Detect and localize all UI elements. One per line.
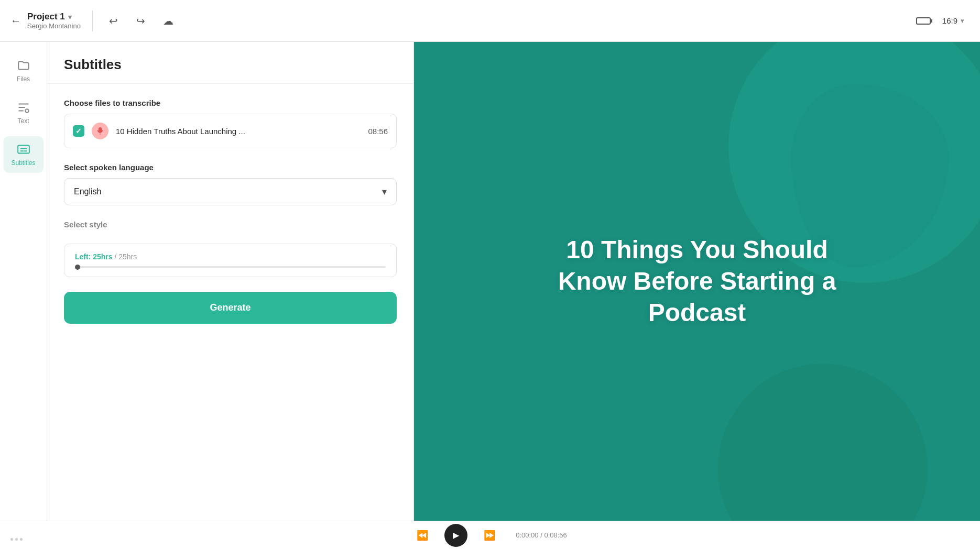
usage-box: Left: 25hrs / 25hrs [64, 244, 397, 277]
choose-files-label: Choose files to transcribe [64, 98, 397, 107]
file-name: 10 Hidden Truths About Launching ... [116, 127, 361, 136]
project-title-row[interactable]: Project 1 ▾ [27, 12, 81, 22]
time-display: 0:00:00 / 0:08:56 [516, 531, 567, 539]
aspect-ratio-label: 16:9 [942, 16, 957, 25]
sidebar-text-label: Text [17, 117, 29, 125]
app-header: ← Project 1 ▾ Sergio Montanino ↩ ↪ ☁ 16:… [0, 0, 980, 42]
subtitles-icon [17, 142, 30, 156]
back-icon: ← [10, 15, 21, 27]
main-content: Files Text Subtitles Subtitles [0, 42, 980, 521]
project-dropdown-icon: ▾ [68, 13, 72, 21]
cloud-save-button[interactable]: ☁ [159, 12, 178, 30]
redo-icon: ↪ [136, 15, 145, 27]
cloud-icon: ☁ [163, 15, 173, 27]
sidebar-files-label: Files [17, 75, 30, 83]
bottom-dots [10, 538, 23, 541]
header-divider [92, 10, 93, 31]
header-actions: ↩ ↪ ☁ [104, 12, 178, 30]
usage-text: Left: 25hrs / 25hrs [75, 252, 386, 261]
battery-icon [916, 17, 931, 25]
dot-1 [10, 538, 13, 541]
file-item: ✓ 10 Hidden Truths About Launching ... 0… [73, 123, 388, 139]
rewind-button[interactable]: ⏪ [413, 526, 432, 545]
language-label: Select spoken language [64, 163, 397, 172]
usage-progress-dot [75, 265, 80, 270]
undo-icon: ↩ [109, 15, 118, 27]
svg-rect-1 [18, 145, 29, 153]
chevron-down-icon: ▾ [382, 186, 387, 197]
panel-header: Subtitles [47, 42, 413, 84]
files-icon [17, 59, 30, 72]
file-duration: 08:56 [368, 127, 388, 136]
choose-files-section: Choose files to transcribe ✓ [64, 98, 397, 148]
usage-progress-bar [75, 266, 386, 268]
panel-content: Choose files to transcribe ✓ [47, 84, 413, 521]
style-label: Select style [64, 220, 397, 229]
sidebar: Files Text Subtitles [0, 42, 47, 521]
subtitles-panel: Subtitles Choose files to transcribe ✓ [47, 42, 414, 521]
usage-left-label: Left: 25hrs [75, 252, 113, 261]
bottom-bar: ⏪ ▶ ⏩ 0:00:00 / 0:08:56 [0, 521, 980, 549]
mic-icon [96, 127, 104, 135]
panel-title: Subtitles [64, 57, 397, 73]
usage-total-label: / 25hrs [114, 252, 137, 261]
checkmark-icon: ✓ [75, 127, 82, 135]
play-icon: ▶ [453, 530, 459, 540]
dot-3 [20, 538, 23, 541]
language-dropdown[interactable]: English ▾ [64, 178, 397, 205]
dot-2 [15, 538, 18, 541]
sidebar-item-files[interactable]: Files [4, 52, 43, 89]
rewind-icon: ⏪ [417, 530, 428, 541]
undo-button[interactable]: ↩ [104, 12, 123, 30]
header-left: ← Project 1 ▾ Sergio Montanino ↩ ↪ ☁ [10, 10, 178, 31]
text-icon [17, 101, 30, 114]
generate-button[interactable]: Generate [64, 292, 397, 324]
aspect-ratio-selector[interactable]: 16:9 ▾ [937, 13, 970, 28]
aspect-ratio-dropdown-icon: ▾ [961, 17, 964, 25]
fast-forward-button[interactable]: ⏩ [480, 526, 499, 545]
project-info: Project 1 ▾ Sergio Montanino [27, 12, 81, 30]
preview-blob-2 [718, 364, 928, 521]
mic-icon-wrapper [92, 123, 108, 139]
redo-button[interactable]: ↪ [132, 12, 150, 30]
sidebar-subtitles-label: Subtitles [11, 159, 35, 167]
project-author: Sergio Montanino [27, 22, 81, 30]
preview-canvas: 10 Things You Should Know Before Startin… [414, 42, 980, 521]
header-right: 16:9 ▾ [916, 13, 970, 28]
play-button[interactable]: ▶ [444, 524, 467, 547]
project-name: Project 1 [27, 12, 65, 22]
file-checkbox[interactable]: ✓ [73, 125, 84, 137]
back-button[interactable]: ← [10, 15, 21, 27]
svg-point-0 [25, 109, 29, 113]
preview-text: 10 Things You Should Know Before Startin… [514, 213, 880, 349]
language-section: Select spoken language English ▾ [64, 163, 397, 205]
sidebar-item-text[interactable]: Text [4, 94, 43, 131]
file-list-box: ✓ 10 Hidden Truths About Launching ... 0… [64, 114, 397, 148]
fast-forward-icon: ⏩ [484, 530, 495, 541]
style-section: Select style [64, 220, 397, 229]
language-value: English [74, 187, 101, 196]
sidebar-item-subtitles[interactable]: Subtitles [4, 136, 43, 173]
